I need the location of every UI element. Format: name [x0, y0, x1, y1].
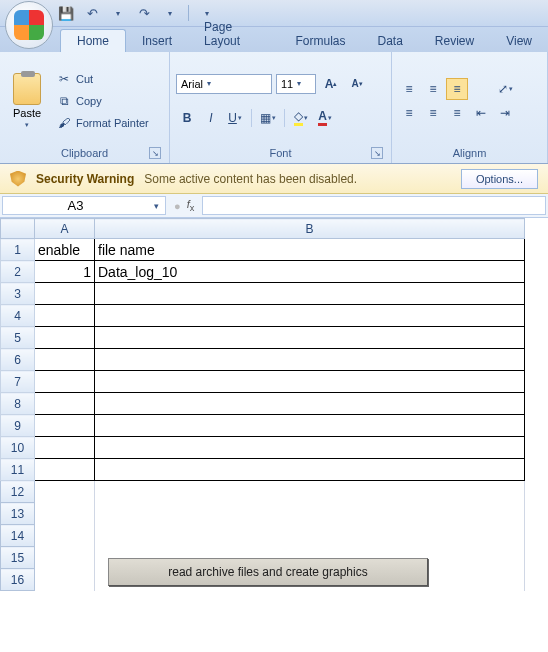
row-header[interactable]: 14: [1, 525, 35, 547]
row-header[interactable]: 8: [1, 393, 35, 415]
decrease-indent-button[interactable]: ⇤: [470, 102, 492, 124]
tab-review[interactable]: Review: [419, 30, 490, 52]
font-size-combo[interactable]: 11 ▾: [276, 74, 316, 94]
fill-color-icon: ◇: [294, 109, 303, 126]
cell[interactable]: [35, 305, 95, 327]
fx-icon[interactable]: fx: [187, 198, 195, 213]
tab-view[interactable]: View: [490, 30, 548, 52]
grid[interactable]: A B 1enablefile name21Data_log_103456789…: [0, 218, 525, 591]
cell[interactable]: [35, 327, 95, 349]
cell[interactable]: [95, 327, 525, 349]
cell[interactable]: [35, 371, 95, 393]
column-header-a[interactable]: A: [35, 219, 95, 239]
cell[interactable]: [95, 503, 525, 525]
row-header[interactable]: 9: [1, 415, 35, 437]
cell[interactable]: [35, 569, 95, 591]
cell[interactable]: [95, 393, 525, 415]
row-header[interactable]: 5: [1, 327, 35, 349]
font-color-button[interactable]: A: [314, 107, 336, 129]
cell[interactable]: [35, 415, 95, 437]
align-center-button[interactable]: ≡: [422, 102, 444, 124]
row-header[interactable]: 13: [1, 503, 35, 525]
cancel-formula-icon[interactable]: ●: [174, 200, 181, 212]
read-archive-button[interactable]: read archive files and create graphics: [108, 558, 428, 586]
align-right-button[interactable]: ≡: [446, 102, 468, 124]
borders-button[interactable]: ▦: [257, 107, 279, 129]
font-name-combo[interactable]: Arial ▾: [176, 74, 272, 94]
tab-insert[interactable]: Insert: [126, 30, 188, 52]
tab-formulas[interactable]: Formulas: [279, 30, 361, 52]
row-header[interactable]: 3: [1, 283, 35, 305]
bold-button[interactable]: B: [176, 107, 198, 129]
align-left-button[interactable]: ≡: [398, 102, 420, 124]
cell[interactable]: [95, 283, 525, 305]
cell[interactable]: file name: [95, 239, 525, 261]
cell[interactable]: [35, 437, 95, 459]
row-header[interactable]: 7: [1, 371, 35, 393]
tab-data[interactable]: Data: [361, 30, 418, 52]
cell[interactable]: [35, 349, 95, 371]
cell[interactable]: enable: [35, 239, 95, 261]
row-header[interactable]: 11: [1, 459, 35, 481]
column-header-b[interactable]: B: [95, 219, 525, 239]
italic-button[interactable]: I: [200, 107, 222, 129]
cell[interactable]: [35, 503, 95, 525]
orientation-button[interactable]: ⤢: [494, 78, 516, 100]
cell[interactable]: [95, 305, 525, 327]
tab-page-layout[interactable]: Page Layout: [188, 16, 279, 52]
row-header[interactable]: 12: [1, 481, 35, 503]
worksheet: A B 1enablefile name21Data_log_103456789…: [0, 218, 548, 591]
cell[interactable]: [35, 393, 95, 415]
align-middle-button[interactable]: ≡: [422, 78, 444, 100]
security-options-button[interactable]: Options...: [461, 169, 538, 189]
cell[interactable]: [95, 437, 525, 459]
row-header[interactable]: 15: [1, 547, 35, 569]
alignment-group-label: Alignm: [398, 145, 541, 161]
redo-icon[interactable]: ↷: [134, 3, 154, 23]
undo-icon[interactable]: ↶: [82, 3, 102, 23]
cell[interactable]: [95, 349, 525, 371]
row-header[interactable]: 10: [1, 437, 35, 459]
undo-dropdown-icon[interactable]: ▾: [108, 3, 128, 23]
align-top-button[interactable]: ≡: [398, 78, 420, 100]
cell[interactable]: [35, 459, 95, 481]
cell[interactable]: [35, 525, 95, 547]
format-painter-button[interactable]: 🖌 Format Painter: [52, 113, 153, 133]
formula-input[interactable]: [202, 196, 546, 215]
cell[interactable]: [95, 415, 525, 437]
cell[interactable]: [35, 283, 95, 305]
grow-font-button[interactable]: A▴: [320, 73, 342, 95]
align-bottom-button[interactable]: ≡: [446, 78, 468, 100]
clipboard-dialog-launcher[interactable]: ↘: [149, 147, 161, 159]
cell[interactable]: [95, 459, 525, 481]
paste-button[interactable]: Paste ▾: [6, 56, 48, 145]
cell[interactable]: [35, 481, 95, 503]
paste-dropdown-icon[interactable]: ▾: [25, 121, 29, 129]
cut-button[interactable]: ✂ Cut: [52, 69, 153, 89]
cell[interactable]: [95, 481, 525, 503]
row-header[interactable]: 1: [1, 239, 35, 261]
cell[interactable]: [35, 547, 95, 569]
fill-color-button[interactable]: ◇: [290, 107, 312, 129]
office-button[interactable]: [5, 1, 53, 49]
shrink-font-button[interactable]: A▾: [346, 73, 368, 95]
name-box[interactable]: A3 ▾: [2, 196, 166, 215]
row-header[interactable]: 2: [1, 261, 35, 283]
increase-indent-button[interactable]: ⇥: [494, 102, 516, 124]
redo-dropdown-icon[interactable]: ▾: [160, 3, 180, 23]
cell[interactable]: 1: [35, 261, 95, 283]
cell[interactable]: Data_log_10: [95, 261, 525, 283]
select-all-corner[interactable]: [1, 219, 35, 239]
row-header[interactable]: 16: [1, 569, 35, 591]
paste-icon: [13, 73, 41, 105]
tab-home[interactable]: Home: [60, 29, 126, 52]
save-icon[interactable]: 💾: [56, 3, 76, 23]
copy-button[interactable]: ⧉ Copy: [52, 91, 153, 111]
cell[interactable]: [95, 525, 525, 547]
row-header[interactable]: 6: [1, 349, 35, 371]
font-dialog-launcher[interactable]: ↘: [371, 147, 383, 159]
underline-button[interactable]: U: [224, 107, 246, 129]
row-header[interactable]: 4: [1, 305, 35, 327]
cell[interactable]: [95, 371, 525, 393]
format-painter-icon: 🖌: [56, 115, 72, 131]
